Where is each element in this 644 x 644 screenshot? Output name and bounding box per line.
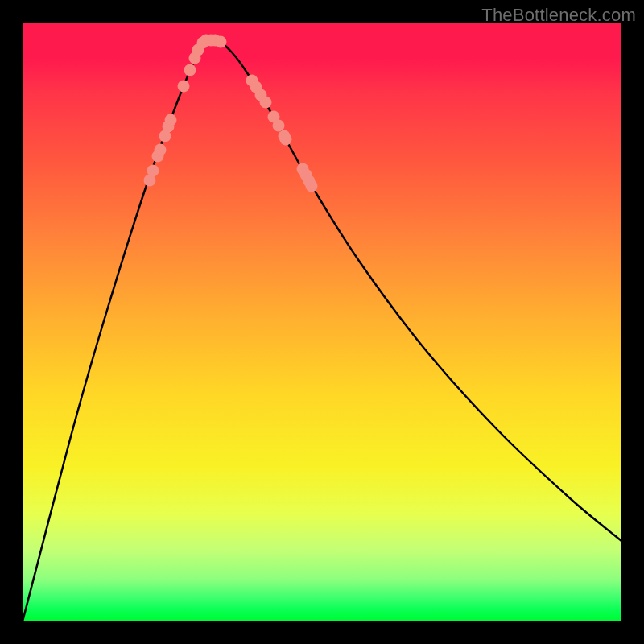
chart-frame: TheBottleneck.com: [0, 0, 644, 644]
data-marker: [273, 120, 285, 132]
data-marker: [184, 64, 196, 76]
data-marker: [280, 134, 292, 146]
data-marker: [178, 80, 190, 93]
data-marker: [215, 36, 227, 48]
data-marker: [306, 180, 318, 192]
data-marker: [155, 144, 167, 156]
data-marker: [165, 114, 177, 126]
watermark-text: TheBottleneck.com: [481, 5, 636, 26]
data-markers: [144, 35, 318, 192]
data-marker: [147, 165, 159, 177]
plot-area: [23, 23, 621, 621]
data-marker: [260, 97, 272, 109]
chart-svg: [23, 23, 621, 621]
bottleneck-curve: [23, 39, 621, 621]
